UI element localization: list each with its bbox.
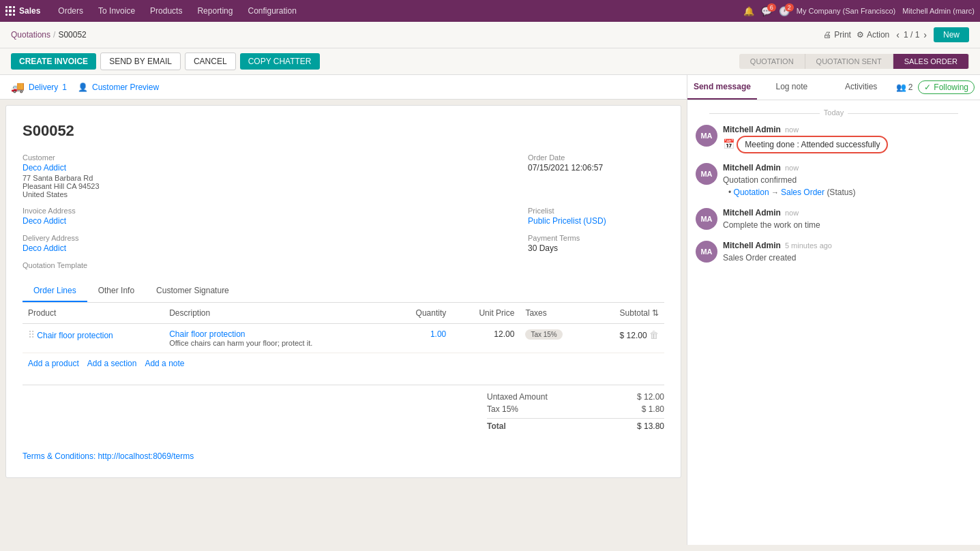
delete-row-button[interactable]: 🗑 (649, 329, 659, 340)
breadcrumb-bar: Quotations / S00052 🖨 Print ⚙ Action ‹ 1… (0, 22, 980, 48)
description-line2: Office chairs can harm your floor; prote… (169, 339, 385, 347)
bell-icon[interactable]: 🔔 (743, 6, 754, 16)
sort-icon[interactable]: ⇅ (652, 308, 659, 318)
invoice-address-group: Invoice Address Deco Addict (23, 207, 159, 226)
message-author-2: Mitchell Admin (723, 163, 781, 173)
tax-value: $ 1.80 (642, 404, 664, 414)
col-taxes: Taxes (520, 303, 591, 324)
nav-to-invoice[interactable]: To Invoice (91, 3, 142, 18)
following-badge[interactable]: ✓ Following (918, 80, 975, 94)
quantity-value[interactable]: 1.00 (430, 329, 446, 339)
status-quotation-sent[interactable]: QUOTATION SENT (805, 54, 893, 69)
check-icon: ✓ (924, 83, 931, 92)
send-by-email-button[interactable]: SEND BY EMAIL (100, 53, 181, 70)
breadcrumb-parent[interactable]: Quotations (11, 30, 50, 40)
unit-price-cell: 12.00 (451, 324, 520, 353)
tax-badge[interactable]: Tax 15% (525, 329, 562, 340)
add-product-link[interactable]: Add a product (28, 359, 79, 368)
invoice-address-label: Invoice Address (23, 207, 159, 215)
status-text: (Status) (827, 188, 855, 197)
delivery-address-label: Delivery Address (23, 234, 159, 242)
gear-icon: ⚙ (857, 30, 864, 40)
copy-chatter-button[interactable]: COPY CHATTER (240, 53, 320, 70)
breadcrumb-actions: 🖨 Print ⚙ Action ‹ 1 / 1 › New (823, 27, 969, 42)
message-content-1: Mitchell Admin now 📅 Meeting done : Atte… (723, 125, 972, 153)
nav-reporting[interactable]: Reporting (190, 3, 239, 18)
status-quotation[interactable]: QUOTATION (739, 54, 805, 69)
order-date-value[interactable]: 07/15/2021 12:06:57 (528, 163, 664, 173)
pricelist-group: Pricelist Public Pricelist (USD) (528, 207, 664, 226)
drag-handle[interactable]: ⠿ (28, 329, 35, 340)
eye-icon: 👤 (78, 83, 88, 92)
order-form: S00052 Customer Deco Addict 77 Santa Bar… (5, 105, 681, 478)
terms-label: Terms & Conditions: (23, 451, 95, 461)
breadcrumb: Quotations / S00052 (11, 30, 87, 40)
delivery-address-value[interactable]: Deco Addict (23, 243, 159, 253)
nav-configuration[interactable]: Configuration (241, 3, 303, 18)
brand[interactable]: Sales (5, 6, 40, 16)
col-subtotal: Subtotal ⇅ (591, 303, 664, 324)
customer-preview-item[interactable]: 👤 Customer Preview (78, 80, 159, 93)
table-row: ⠿ Chair floor protection Chair floor pro… (23, 324, 664, 353)
status-sales-order[interactable]: SALES ORDER (893, 54, 969, 69)
invoice-address-value[interactable]: Deco Addict (23, 216, 159, 226)
bullet-icon: • (728, 188, 731, 197)
message-text-4: Sales Order created (723, 252, 972, 264)
chatter-icons-right: 👥 2 ✓ Following (896, 75, 980, 100)
product-link[interactable]: Chair floor protection (37, 331, 113, 340)
user-label[interactable]: Mitchell Admin (marc) (902, 7, 975, 15)
form-row-4: Quotation Template (23, 261, 664, 269)
terms-link[interactable]: http://localhost:8069/terms (98, 451, 194, 461)
calendar-icon: 📅 (723, 138, 734, 149)
sales-order-link[interactable]: Sales Order (781, 188, 825, 197)
add-section-link[interactable]: Add a section (87, 359, 137, 368)
message-time-2: now (785, 164, 799, 172)
product-cell: ⠿ Chair floor protection (23, 324, 164, 353)
col-quantity: Quantity (391, 303, 451, 324)
description-line1: Chair floor protection (169, 329, 385, 339)
message-content-3: Mitchell Admin now Complete the work on … (723, 208, 972, 231)
pager-text: 1 / 1 (904, 30, 919, 40)
print-button[interactable]: 🖨 Print (823, 30, 851, 40)
cancel-button[interactable]: CANCEL (185, 53, 236, 70)
avatar-2: MA (696, 163, 717, 185)
company-label[interactable]: My Company (San Francisco) (797, 7, 896, 15)
payment-terms-value[interactable]: 30 Days (528, 243, 664, 253)
nav-products[interactable]: Products (143, 3, 189, 18)
chatter-tab-log-note[interactable]: Log note (757, 75, 827, 100)
chatter-tab-send-message[interactable]: Send message (687, 75, 757, 100)
customer-name[interactable]: Deco Addict (23, 163, 159, 173)
subtotal-cell: $ 12.00 🗑 (591, 324, 664, 353)
delivery-item[interactable]: 🚚 Delivery 1 (11, 80, 67, 93)
delivery-label: Delivery (29, 83, 58, 92)
action-button[interactable]: ⚙ Action (857, 30, 889, 40)
status-steps: QUOTATION QUOTATION SENT SALES ORDER (739, 54, 969, 69)
follower-count[interactable]: 👥 2 (896, 83, 913, 92)
chat-badge: 6 (767, 3, 776, 12)
order-number: S00052 (23, 122, 664, 140)
print-icon: 🖨 (823, 30, 831, 40)
message-time-1: now (785, 125, 799, 134)
chat-icon[interactable]: 💬 6 (761, 6, 772, 16)
new-button[interactable]: New (934, 27, 969, 42)
pricelist-value[interactable]: Public Pricelist (USD) (528, 216, 664, 226)
create-invoice-button[interactable]: CREATE INVOICE (11, 53, 96, 70)
tab-customer-signature[interactable]: Customer Signature (145, 280, 240, 302)
add-note-link[interactable]: Add a note (145, 359, 184, 368)
nav-orders[interactable]: Orders (51, 3, 90, 18)
activity-icon[interactable]: 🕐 2 (779, 6, 790, 16)
quotation-link[interactable]: Quotation (734, 188, 769, 197)
pager-prev[interactable]: ‹ (895, 29, 901, 40)
pager-next[interactable]: › (922, 29, 928, 40)
message-time-3: now (785, 209, 799, 217)
main-layout: 🚚 Delivery 1 👤 Customer Preview S00052 C… (0, 75, 980, 545)
message-text-1: 📅 Meeting done : Attended successfully (723, 136, 972, 153)
tab-order-lines[interactable]: Order Lines (23, 280, 87, 302)
chatter-tab-activities[interactable]: Activities (827, 75, 896, 100)
arrow-icon: → (771, 188, 781, 196)
avatar-1: MA (696, 125, 717, 147)
customer-label: Customer (23, 153, 159, 162)
message-item-3: MA Mitchell Admin now Complete the work … (696, 208, 972, 231)
delivery-count: 1 (62, 83, 67, 92)
tab-other-info[interactable]: Other Info (87, 280, 145, 302)
